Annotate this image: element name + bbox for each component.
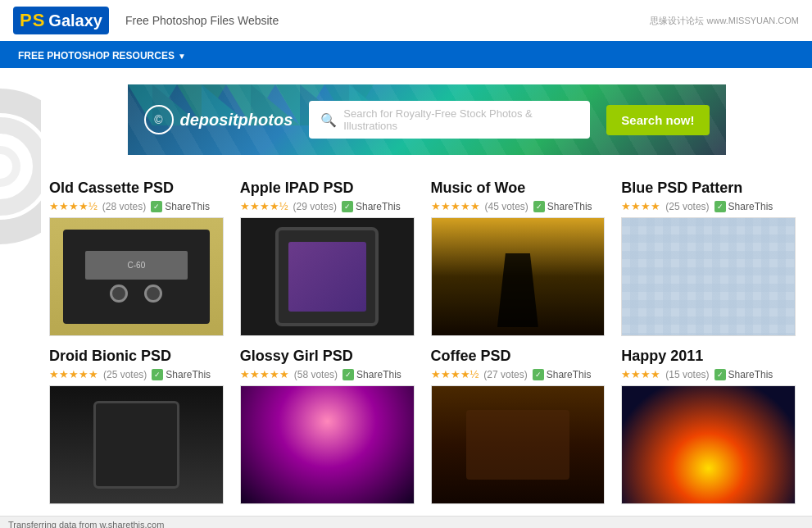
chevron-down-icon: ▼ xyxy=(178,52,186,61)
share-label: ShareThis xyxy=(728,369,773,380)
circle-decoration xyxy=(0,68,41,396)
item-card-1: Apple IPAD PSD ★★★★½ (29 votes) ✓ ShareT… xyxy=(240,180,415,339)
share-label: ShareThis xyxy=(356,369,401,380)
items-grid: Old Cassette PSD ★★★★½ (28 votes) ✓ Shar… xyxy=(41,171,812,516)
item-title[interactable]: Old Cassette PSD xyxy=(49,180,224,197)
item-title[interactable]: Glossy Girl PSD xyxy=(240,348,415,365)
share-label: ShareThis xyxy=(547,201,592,212)
page-body: © depositphotos 🔍 Search for Royalty-Fre… xyxy=(0,68,812,516)
share-button[interactable]: ✓ ShareThis xyxy=(342,369,401,380)
star-rating: ★★★★½ xyxy=(240,200,288,212)
item-card-0: Old Cassette PSD ★★★★½ (28 votes) ✓ Shar… xyxy=(49,180,224,339)
item-meta: ★★★★ (25 votes) ✓ ShareThis xyxy=(621,200,796,212)
item-title[interactable]: Music of Woe xyxy=(431,180,606,197)
share-icon: ✓ xyxy=(533,369,544,380)
status-bar: Transferring data from w.sharethis.com xyxy=(0,516,812,528)
svg-point-2 xyxy=(0,150,16,183)
share-button[interactable]: ✓ ShareThis xyxy=(533,369,592,380)
share-button[interactable]: ✓ ShareThis xyxy=(714,201,773,212)
item-meta: ★★★★★ (58 votes) ✓ ShareThis xyxy=(240,368,415,380)
star-rating: ★★★★★ xyxy=(49,368,98,380)
item-meta: ★★★★★ (25 votes) ✓ ShareThis xyxy=(49,368,224,380)
navbar-label: FREE PHOTOSHOP RESOURCES xyxy=(18,50,175,61)
item-meta: ★★★★½ (28 votes) ✓ ShareThis xyxy=(49,200,224,212)
item-meta: ★★★★½ (29 votes) ✓ ShareThis xyxy=(240,200,415,212)
star-rating: ★★★★½ xyxy=(49,200,98,212)
item-thumbnail[interactable] xyxy=(49,385,224,504)
site-tagline: Free Photoshop Files Website xyxy=(125,14,279,27)
item-thumbnail[interactable] xyxy=(240,385,415,504)
item-card-3: Blue PSD Pattern ★★★★ (25 votes) ✓ Share… xyxy=(621,180,796,339)
share-label: ShareThis xyxy=(356,201,401,212)
share-icon: ✓ xyxy=(151,201,162,212)
vote-count: (27 votes) xyxy=(483,369,527,380)
depositphotos-logo: © depositphotos xyxy=(144,105,293,134)
share-icon: ✓ xyxy=(714,201,726,212)
item-card-5: Glossy Girl PSD ★★★★★ (58 votes) ✓ Share… xyxy=(240,348,415,508)
share-button[interactable]: ✓ ShareThis xyxy=(152,369,211,380)
star-rating: ★★★★★ xyxy=(240,368,289,380)
vote-count: (15 votes) xyxy=(665,369,709,380)
logo[interactable]: PS Galaxy xyxy=(13,7,109,34)
logo-ps-text: PS xyxy=(20,10,45,31)
search-icon: 🔍 xyxy=(320,112,337,128)
navbar: FREE PHOTOSHOP RESOURCES ▼ xyxy=(0,43,812,68)
item-thumbnail[interactable]: C-60 xyxy=(49,217,224,336)
share-icon: ✓ xyxy=(152,369,163,380)
vote-count: (28 votes) xyxy=(102,201,146,212)
navbar-resources[interactable]: FREE PHOTOSHOP RESOURCES ▼ xyxy=(8,43,196,68)
star-rating: ★★★★ xyxy=(621,368,660,380)
vote-count: (58 votes) xyxy=(294,369,338,380)
share-label: ShareThis xyxy=(165,201,210,212)
share-icon: ✓ xyxy=(714,369,726,380)
logo-galaxy-text: Galaxy xyxy=(48,11,102,30)
deposit-icon: © xyxy=(144,105,174,134)
item-thumbnail[interactable] xyxy=(240,217,415,336)
status-text: Transferring data from w.sharethis.com xyxy=(8,520,164,528)
share-label: ShareThis xyxy=(728,201,773,212)
banner-ad: © depositphotos 🔍 Search for Royalty-Fre… xyxy=(128,84,726,155)
share-button[interactable]: ✓ ShareThis xyxy=(714,369,773,380)
star-rating: ★★★★½ xyxy=(431,368,479,380)
share-button[interactable]: ✓ ShareThis xyxy=(342,201,401,212)
item-thumbnail[interactable] xyxy=(431,385,606,504)
item-thumbnail[interactable] xyxy=(621,385,796,504)
vote-count: (29 votes) xyxy=(293,201,337,212)
share-icon: ✓ xyxy=(533,201,545,212)
item-card-2: Music of Woe ★★★★★ (45 votes) ✓ ShareThi… xyxy=(431,180,606,339)
watermark-text: 思缘设计论坛 www.MISSYUAN.COM xyxy=(650,15,799,27)
share-icon: ✓ xyxy=(342,369,354,380)
item-card-4: Droid Bionic PSD ★★★★★ (25 votes) ✓ Shar… xyxy=(49,348,224,508)
item-title[interactable]: Happy 2011 xyxy=(621,348,796,365)
item-meta: ★★★★½ (27 votes) ✓ ShareThis xyxy=(431,368,606,380)
share-label: ShareThis xyxy=(166,369,211,380)
item-card-7: Happy 2011 ★★★★ (15 votes) ✓ ShareThis xyxy=(621,348,796,508)
share-button[interactable]: ✓ ShareThis xyxy=(151,201,210,212)
share-button[interactable]: ✓ ShareThis xyxy=(533,201,592,212)
star-rating: ★★★★★ xyxy=(431,200,480,212)
vote-count: (25 votes) xyxy=(103,369,147,380)
page-header: PS Galaxy Free Photoshop Files Website 思… xyxy=(0,0,812,43)
vote-count: (25 votes) xyxy=(665,201,709,212)
share-label: ShareThis xyxy=(547,369,592,380)
item-title[interactable]: Droid Bionic PSD xyxy=(49,348,224,365)
item-thumbnail[interactable] xyxy=(621,217,796,336)
item-title[interactable]: Apple IPAD PSD xyxy=(240,180,415,197)
item-meta: ★★★★★ (45 votes) ✓ ShareThis xyxy=(431,200,606,212)
item-thumbnail[interactable] xyxy=(431,217,606,336)
item-title[interactable]: Blue PSD Pattern xyxy=(621,180,796,197)
search-placeholder-text: Search for Royalty-Free Stock Photos & I… xyxy=(343,107,578,132)
vote-count: (45 votes) xyxy=(485,201,528,212)
banner-search-bar: 🔍 Search for Royalty-Free Stock Photos &… xyxy=(309,101,590,139)
deposit-name: depositphotos xyxy=(180,111,293,130)
share-icon: ✓ xyxy=(342,201,353,212)
item-card-6: Coffee PSD ★★★★½ (27 votes) ✓ ShareThis xyxy=(431,348,606,508)
item-meta: ★★★★ (15 votes) ✓ ShareThis xyxy=(621,368,796,380)
star-rating: ★★★★ xyxy=(621,200,660,212)
search-now-button[interactable]: Search now! xyxy=(606,105,709,135)
item-title[interactable]: Coffee PSD xyxy=(431,348,606,365)
deco-left xyxy=(0,68,41,516)
